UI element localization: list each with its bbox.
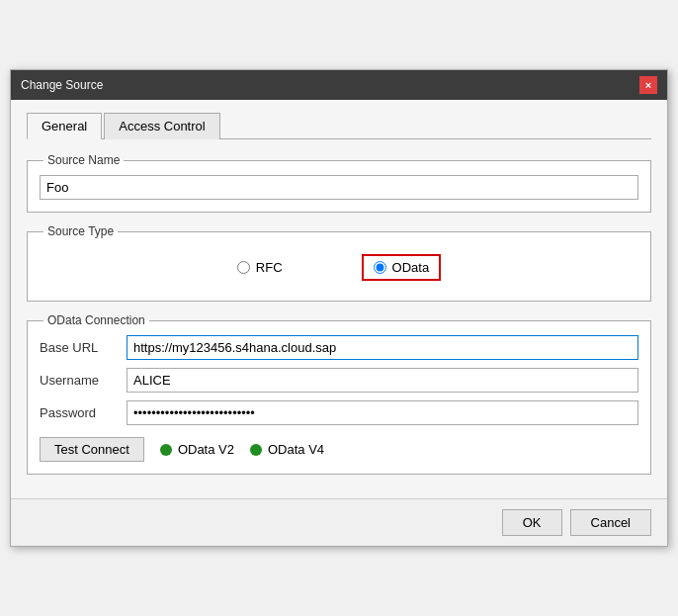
action-row: Test Connect OData V2 OData V4 <box>40 437 638 462</box>
rfc-option[interactable]: RFC <box>237 260 283 275</box>
source-name-legend: Source Name <box>43 153 124 167</box>
dialog-body: General Access Control Source Name Sourc… <box>11 100 667 498</box>
odata-radio[interactable] <box>374 261 386 274</box>
test-connect-button[interactable]: Test Connect <box>40 437 144 462</box>
base-url-input[interactable] <box>127 335 638 360</box>
odata-v4-label: OData V4 <box>268 442 324 457</box>
source-name-group: Source Name <box>27 153 651 213</box>
rfc-label: RFC <box>256 260 283 275</box>
source-name-input[interactable] <box>40 175 638 200</box>
password-label: Password <box>40 405 119 420</box>
source-type-group: Source Type RFC OData <box>27 224 651 302</box>
password-input[interactable] <box>127 400 638 425</box>
username-input[interactable] <box>127 368 638 393</box>
odata-v4-dot <box>250 444 262 456</box>
rfc-radio[interactable] <box>237 261 250 274</box>
odata-v2-status: OData V2 <box>160 442 234 457</box>
username-label: Username <box>40 373 119 388</box>
tab-access-control[interactable]: Access Control <box>104 113 219 139</box>
title-bar: Change Source × <box>11 70 667 100</box>
odata-connection-group: OData Connection Base URL Username Passw… <box>27 313 651 475</box>
source-type-legend: Source Type <box>43 224 118 238</box>
dialog-footer: OK Cancel <box>11 498 667 546</box>
odata-option[interactable]: OData <box>362 254 442 281</box>
odata-label: OData <box>392 260 430 275</box>
ok-button[interactable]: OK <box>502 509 562 536</box>
odata-v2-dot <box>160 444 172 456</box>
odata-v2-label: OData V2 <box>178 442 234 457</box>
source-type-options: RFC OData <box>40 246 638 289</box>
tab-general[interactable]: General <box>27 113 102 139</box>
odata-fields-grid: Base URL Username Password <box>40 335 638 425</box>
base-url-label: Base URL <box>40 340 119 355</box>
dialog-title: Change Source <box>21 78 103 92</box>
odata-v4-status: OData V4 <box>250 442 324 457</box>
close-button[interactable]: × <box>639 76 657 94</box>
cancel-button[interactable]: Cancel <box>570 509 651 536</box>
change-source-dialog: Change Source × General Access Control S… <box>10 69 668 547</box>
tab-bar: General Access Control <box>27 112 651 139</box>
odata-connection-legend: OData Connection <box>43 313 149 327</box>
